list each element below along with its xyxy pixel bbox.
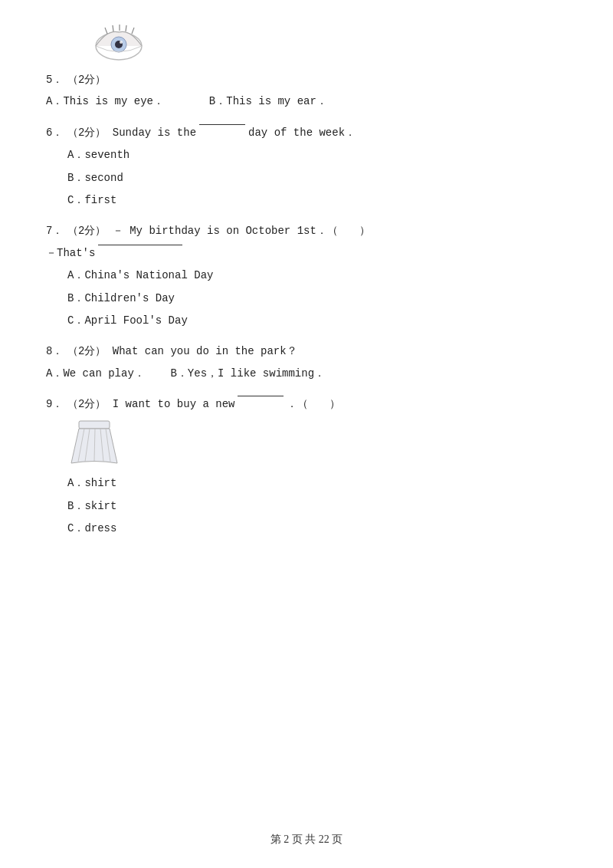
q8-options: A．We can play． B．Yes，I like swimming． <box>46 365 567 382</box>
q8-line: 8． （2分） What can you do in the park？ <box>46 343 567 360</box>
q7-line: 7． （2分） － My birthday is on October 1st．… <box>46 222 567 239</box>
question-8: 8． （2分） What can you do in the park？ A．W… <box>46 343 567 382</box>
q5-options: A．This is my eye． B．This is my ear． <box>46 93 567 110</box>
eye-image <box>92 23 567 68</box>
q6-option-c: C．first <box>67 192 567 209</box>
q7-number: 7． <box>46 222 67 239</box>
q9-option-b: B．skirt <box>67 498 567 515</box>
svg-rect-9 <box>79 421 110 429</box>
q6-option-b: B．second <box>67 169 567 186</box>
q6-blank <box>199 124 245 125</box>
q8-number: 8． <box>46 343 67 360</box>
q9-text: I want to buy a new <box>113 396 235 413</box>
q5-option-ab: A．This is my eye． B．This is my ear． <box>46 93 327 110</box>
footer-text: 第 2 页 共 22 页 <box>270 833 343 845</box>
q8-text: What can you do in the park？ <box>113 343 297 360</box>
q9-text2: ．（ ） <box>287 396 340 413</box>
q7-option-c: C．April Fool's Day <box>67 312 567 329</box>
q9-points: （2分） <box>67 396 106 413</box>
page-footer: 第 2 页 共 22 页 <box>0 833 613 847</box>
question-7: 7． （2分） － My birthday is on October 1st．… <box>46 222 567 329</box>
q6-points: （2分） <box>67 124 106 141</box>
svg-line-4 <box>126 25 126 31</box>
q8-points: （2分） <box>67 343 106 360</box>
question-5: 5． （2分） A．This is my eye． B．This is my e… <box>46 23 567 110</box>
q6-option-a: A．seventh <box>67 146 567 163</box>
q6-text2: day of the week． <box>248 124 356 141</box>
skirt-image <box>67 417 121 467</box>
q9-line: 9． （2分） I want to buy a new ．（ ） <box>46 396 567 413</box>
q5-points: （2分） <box>67 71 106 88</box>
q7-option-a: A．China's National Day <box>67 267 567 284</box>
q7-points: （2分） <box>67 222 106 239</box>
q6-line: 6． （2分） Sunday is the day of the week． <box>46 124 567 141</box>
svg-line-5 <box>132 28 134 34</box>
q9-option-c: C．dress <box>67 520 567 537</box>
q9-option-a: A．shirt <box>67 475 567 492</box>
q9-number: 9． <box>46 396 67 413</box>
q7-subtext: －That's <box>46 245 95 261</box>
q5-number: 5． <box>46 71 67 88</box>
q6-number: 6． <box>46 124 67 141</box>
svg-line-1 <box>105 28 107 34</box>
q6-text1: Sunday is the <box>113 124 196 141</box>
svg-point-8 <box>120 41 123 44</box>
q7-subline: －That's <box>46 245 567 261</box>
q7-blank <box>98 245 182 245</box>
question-9: 9． （2分） I want to buy a new ．（ ） A．shirt… <box>46 396 567 538</box>
q7-option-b: B．Children's Day <box>67 290 567 307</box>
svg-line-2 <box>113 25 113 31</box>
q7-text: － My birthday is on October 1st．（ ） <box>113 222 370 239</box>
q9-blank <box>238 396 284 396</box>
question-6: 6． （2分） Sunday is the day of the week． A… <box>46 124 567 209</box>
q5-line: 5． （2分） <box>46 71 567 88</box>
